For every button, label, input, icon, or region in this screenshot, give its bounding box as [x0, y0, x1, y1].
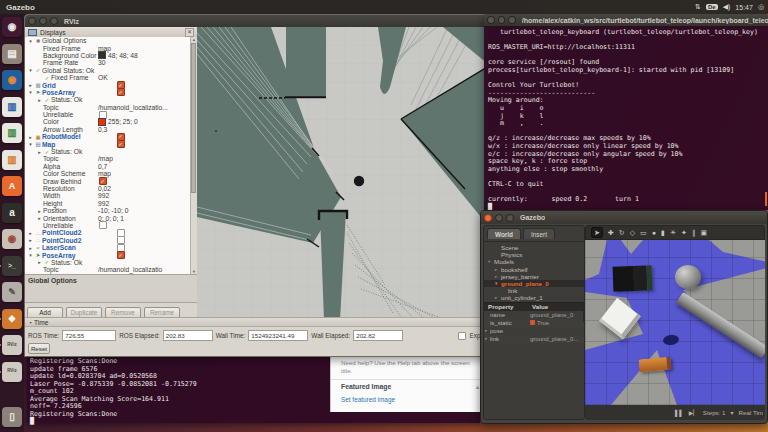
terminal-scrollbar[interactable]	[765, 192, 767, 206]
tree-expander-icon[interactable]: ▸	[27, 237, 34, 243]
tree-expander-icon[interactable]: ▸	[36, 208, 43, 214]
gazebo-tree-item[interactable]: Scene	[484, 244, 584, 251]
displays-tree-row[interactable]: ▾✱Global Options	[25, 37, 191, 44]
gazebo-titlebar[interactable]: Gazebo	[481, 211, 767, 224]
close-button[interactable]	[487, 16, 495, 24]
set-featured-image-link[interactable]: Set featured image	[341, 396, 487, 403]
maximize-button[interactable]	[50, 17, 58, 25]
gmapping-terminal-output[interactable]: Registering Scans:Done update frame 6576…	[30, 358, 197, 426]
minimize-button[interactable]	[495, 214, 503, 222]
gazebo-property-row[interactable]: ▸pose	[484, 327, 584, 335]
tab-insert[interactable]: Insert	[523, 228, 555, 239]
gazebo-tree-item[interactable]: Physics	[484, 251, 584, 258]
displays-tree-row[interactable]: ▾➤PoseArray	[25, 89, 191, 96]
volume-icon[interactable]: ◀)	[723, 3, 731, 11]
tree-expander-icon[interactable]: ▸	[27, 134, 34, 140]
scrollbar-thumb[interactable]	[191, 43, 196, 193]
displays-tree-row[interactable]: Height992	[25, 200, 191, 207]
displays-tree-row[interactable]: Topic/humanoid_localizatio	[25, 266, 191, 273]
teleop-terminal-window[interactable]: /home/alex/catkin_ws/src/turtlebot/turtl…	[484, 14, 768, 210]
launcher-item-libreoffice-writer[interactable]: ▥	[2, 97, 22, 117]
tree-expander-icon[interactable]: ▸	[36, 259, 43, 265]
tree-expander-icon[interactable]: ▾	[27, 252, 34, 258]
displays-tree-row[interactable]: ▸✓Status: Ok	[25, 259, 191, 266]
cylinder-icon[interactable]: ▮	[661, 229, 665, 236]
gazebo-property-row[interactable]: nameground_plane_0	[484, 311, 584, 319]
displays-tree-row[interactable]: ▸∴PointCloud2	[25, 229, 191, 236]
displays-tree-scrollbar[interactable]: ▲▼	[190, 37, 197, 274]
tree-expander-icon[interactable]: ▸	[36, 97, 43, 103]
gazebo-tree-item[interactable]: ▸unit_cylinder_1	[484, 294, 584, 301]
rviz-titlebar[interactable]: RViz	[25, 15, 487, 27]
displays-tree-row[interactable]: ▸≈LaserScan	[25, 244, 191, 251]
displays-tree-row[interactable]: Color255; 25; 0	[25, 118, 191, 125]
terminal-titlebar[interactable]: /home/alex/catkin_ws/src/turtlebot/turtl…	[484, 14, 768, 26]
steps-dropdown-icon[interactable]: ▾	[731, 409, 734, 416]
box-icon[interactable]: ▭	[640, 229, 647, 236]
pause-icon[interactable]: ▌▌	[675, 410, 684, 416]
launcher-item-libreoffice-calc[interactable]: ▥	[2, 123, 22, 143]
launcher-item-ubuntu-software[interactable]: A	[2, 176, 22, 196]
maximize-button[interactable]	[508, 16, 516, 24]
rviz-3d-view[interactable]	[197, 27, 487, 320]
displays-tree-row[interactable]: Topic/humanoid_localizatio...	[25, 104, 191, 111]
maximize-button[interactable]	[506, 214, 514, 222]
camera-icon[interactable]: ▣	[700, 229, 707, 236]
time-field-value[interactable]: 1524923241.49	[248, 330, 308, 341]
displays-tree-row[interactable]: ▾➤PoseArray	[25, 251, 191, 258]
gazebo-3d-viewport[interactable]	[585, 240, 765, 405]
gazebo-tree-item[interactable]: link	[484, 287, 584, 294]
gazebo-tree-item[interactable]: ▸jersey_barrier	[484, 273, 584, 280]
directional-light-icon[interactable]: ∥	[692, 229, 696, 236]
displays-tree-row[interactable]: Draw Behind	[25, 177, 191, 184]
select-arrow-icon[interactable]: ➤	[591, 227, 603, 238]
displays-tree-row[interactable]: ▸✓Status: Ok	[25, 96, 191, 103]
displays-tree-row[interactable]: Arrow Length0,3	[25, 126, 191, 133]
tree-expander-icon[interactable]: ▸	[27, 230, 34, 236]
gazebo-tree-item[interactable]: ▸bookshelf	[484, 266, 584, 273]
minimize-button[interactable]	[39, 17, 47, 25]
displays-tree-row[interactable]: Frame Rate30	[25, 59, 191, 66]
displays-tree-row[interactable]: ✓Fixed FrameOK	[25, 74, 191, 81]
close-button[interactable]	[484, 214, 492, 222]
tree-expander-icon[interactable]: ▸	[27, 82, 34, 88]
displays-tree-row[interactable]: ▸∴PointCloud2	[25, 237, 191, 244]
displays-tree-row[interactable]: ▾✓Global Status: Ok	[25, 67, 191, 74]
displays-tree-row[interactable]: Unreliable	[25, 222, 191, 229]
launcher-item-gazebo[interactable]: ◆	[2, 309, 22, 329]
featured-image-panel-header[interactable]: Featured Image ▴	[331, 379, 487, 390]
launcher-item-files[interactable]: ▤	[2, 44, 22, 64]
time-field-value[interactable]: 726.55	[62, 330, 116, 341]
network-icon[interactable]: ⇅	[695, 3, 701, 11]
launcher-item-amazon[interactable]: a	[2, 203, 22, 223]
tree-expander-icon[interactable]: ▾	[27, 141, 34, 147]
displays-tree-row[interactable]: ▸▦Grid	[25, 81, 191, 88]
launcher-item-rviz-2[interactable]: RViz	[2, 362, 22, 382]
panel-close-icon[interactable]: ✕	[185, 28, 194, 37]
displays-tree-row[interactable]: ▸Position-10; -10; 0	[25, 207, 191, 214]
gazebo-tree-item[interactable]: ▾ground_plane_0	[484, 280, 584, 287]
displays-tree-row[interactable]: Width992	[25, 192, 191, 199]
translate-icon[interactable]: ✚	[608, 229, 614, 236]
displays-tree-row[interactable]: Topic/map	[25, 155, 191, 162]
tree-expander-icon[interactable]: ▾	[27, 89, 34, 95]
sphere-icon[interactable]: ●	[652, 229, 656, 236]
tree-expander-icon[interactable]: ▾	[27, 38, 34, 44]
displays-tree-row[interactable]: ▸✓Status: Ok	[25, 148, 191, 155]
displays-tree-row[interactable]: Color Schememap	[25, 170, 191, 177]
spot-light-icon[interactable]: ✦	[681, 229, 687, 236]
displays-tree-row[interactable]: ▸Orientation0; 0; 0; 1	[25, 214, 191, 221]
launcher-item-system-settings[interactable]: ◉	[2, 229, 22, 249]
launcher-item-rviz-1[interactable]: RViz	[2, 335, 22, 355]
tab-world[interactable]: World	[487, 228, 521, 239]
sun-icon[interactable]: ☀	[670, 229, 676, 236]
brick-model[interactable]	[638, 357, 671, 373]
sphere-model[interactable]	[675, 265, 701, 289]
displays-tree-row[interactable]: Background Color48; 48; 48	[25, 52, 191, 59]
launcher-item-text-editor[interactable]: ✎	[2, 282, 22, 302]
focused-app-title[interactable]: Gazebo	[6, 3, 35, 12]
displays-tree-row[interactable]: ▾▤Map	[25, 140, 191, 147]
close-button[interactable]	[28, 17, 36, 25]
gazebo-tree-item[interactable]: ▾Models	[484, 258, 584, 265]
keyboard-layout-indicator[interactable]: De	[706, 4, 718, 10]
